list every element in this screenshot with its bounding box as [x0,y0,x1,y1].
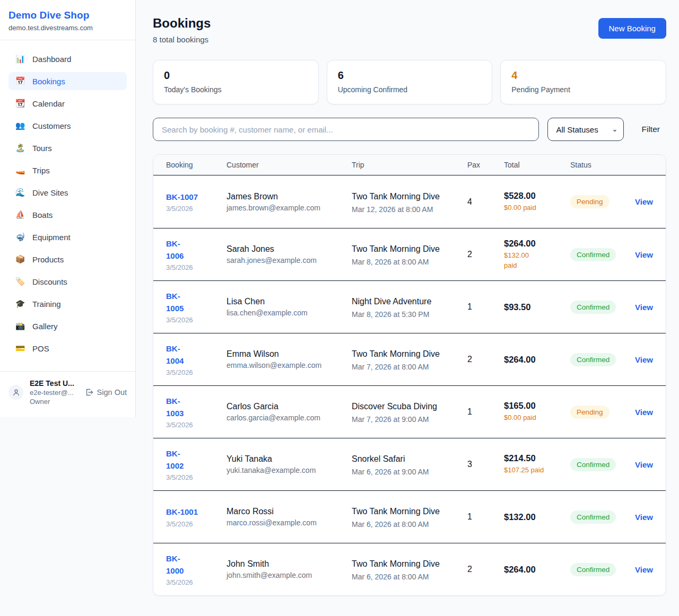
status-cell: Pending [570,195,635,208]
column-header-booking: Booking [166,155,227,175]
view-link[interactable]: View [635,355,653,364]
total-cell: $214.50 $107.25 paid [504,453,570,476]
sidebar-item-pos[interactable]: 💳 POS [8,339,127,357]
customer-cell: Marco Rossi marco.rossi@example.com [227,507,352,527]
package-icon: 📦 [15,254,25,264]
sidebar-item-gallery[interactable]: 📸 Gallery [8,317,127,335]
view-link[interactable]: View [635,197,653,206]
paid-amount: $107.25 paid [504,465,570,476]
trip-name: Two Tank Morning Dive [352,243,460,256]
trip-cell: Night Dive Adventure Mar 8, 2026 at 5:30… [352,295,467,319]
stat-card-today-s-bookings: 0 Today's Bookings [153,60,319,104]
camera-icon: 📸 [15,321,25,331]
sidebar-item-customers[interactable]: 👥 Customers [8,117,127,135]
status-select-wrap: All Statuses ⌄ [547,118,624,141]
graduation-cap-icon: 🎓 [15,299,25,309]
sign-out-label: Sign Out [97,388,127,397]
view-link[interactable]: View [635,303,653,312]
trip-cell: Snorkel Safari Mar 6, 2026 at 9:00 AM [352,453,467,476]
status-filter-select[interactable]: All Statuses [547,118,624,141]
avatar [8,385,23,400]
booking-cell: BK-1006 3/5/2026 [166,237,227,272]
status-badge: Pending [570,406,610,419]
view-link[interactable]: View [635,408,653,417]
booking-id-link[interactable]: BK-1004 [166,342,190,367]
booking-cell: BK-1003 3/5/2026 [166,395,227,429]
status-cell: Pending [570,406,635,419]
page-title: Bookings [153,16,211,31]
stat-card-pending-payment: 4 Pending Payment [500,60,666,104]
status-cell: Confirmed [570,248,635,261]
page-title-block: Bookings 8 total bookings [153,16,211,44]
search-input[interactable] [153,118,539,141]
booking-id-link[interactable]: BK-1007 [166,191,227,203]
sidebar-item-trips[interactable]: 🚤 Trips [8,161,127,179]
customer-cell: Yuki Tanaka yuki.tanaka@example.com [227,454,352,474]
view-link[interactable]: View [635,250,653,259]
sailboat-icon: ⛵ [15,210,25,219]
column-header-customer: Customer [227,155,352,175]
total-amount: $528.00 [504,191,570,201]
people-icon: 👥 [15,121,25,130]
pax-count: 1 [467,302,504,312]
total-cell: $165.00 $0.00 paid [504,401,570,423]
trip-datetime: Mar 8, 2026 at 5:30 PM [352,310,460,319]
page-header: Bookings 8 total bookings New Booking [153,16,666,44]
sidebar-item-calendar[interactable]: 📆 Calendar [8,94,127,112]
booking-id-link[interactable]: BK-1001 [166,506,227,518]
sidebar-item-tours[interactable]: 🏝️ Tours [8,139,127,157]
booking-id-link[interactable]: BK-1005 [166,290,190,315]
sidebar-item-equipment[interactable]: 🤿 Equipment [8,228,127,246]
sidebar-item-label: Discounts [32,277,67,286]
customer-cell: Emma Wilson emma.wilson@example.com [227,349,352,369]
paid-amount: $0.00 paid [504,203,570,213]
view-link[interactable]: View [635,460,653,469]
sidebar-item-training[interactable]: 🎓 Training [8,295,127,313]
sign-out-button[interactable]: Sign Out [85,388,127,397]
table-row: BK-1000 3/5/2026 John Smith john.smith@e… [153,543,666,595]
sidebar-item-bookings[interactable]: 📅 Bookings [8,72,127,90]
sidebar-item-label: Products [32,255,64,264]
user-name: E2E Test U... [30,379,79,388]
user-role: Owner [30,398,79,406]
view-link[interactable]: View [635,513,653,522]
customer-email: marco.rossi@example.com [227,518,352,527]
booking-id-link[interactable]: BK-1006 [166,237,190,262]
sidebar-item-label: Boats [32,210,53,219]
booking-date: 3/5/2026 [166,316,227,324]
sidebar-item-boats[interactable]: ⛵ Boats [8,206,127,224]
credit-card-icon: 💳 [15,344,25,353]
total-amount: $132.00 [504,512,570,522]
speedboat-icon: 🚤 [15,165,25,175]
status-badge: Confirmed [570,301,616,314]
status-cell: Confirmed [570,511,635,524]
table-row: BK-1006 3/5/2026 Sarah Jones sarah.jones… [153,228,666,280]
sidebar-item-dashboard[interactable]: 📊 Dashboard [8,50,127,68]
pax-count: 3 [467,460,504,469]
column-header-actions [635,159,653,171]
new-booking-button[interactable]: New Booking [598,18,666,39]
sidebar-item-label: Gallery [32,322,58,331]
customer-name: Emma Wilson [227,349,352,359]
trip-name: Night Dive Adventure [352,295,460,308]
user-section: E2E Test U... e2e-tester@... Owner Sign … [0,372,135,414]
sidebar-item-products[interactable]: 📦 Products [8,250,127,268]
booking-id-link[interactable]: BK-1003 [166,395,190,420]
total-cell: $264.00 [504,565,570,575]
sidebar-item-label: Calendar [32,99,65,108]
sidebar-item-label: Customers [32,121,71,130]
table-row: BK-1007 3/5/2026 James Brown james.brown… [153,175,666,228]
trip-cell: Two Tank Morning Dive Mar 7, 2026 at 8:0… [352,348,467,371]
filter-button[interactable]: Filter [641,125,659,134]
sidebar-item-dive-sites[interactable]: 🌊 Dive Sites [8,183,127,201]
sidebar-item-discounts[interactable]: 🏷️ Discounts [8,272,127,291]
view-link[interactable]: View [635,565,653,574]
booking-date: 3/5/2026 [166,473,227,481]
booking-id-link[interactable]: BK-1000 [166,552,190,577]
calendar-icon: 📅 [15,76,25,86]
trip-name: Two Tank Morning Dive [352,190,460,203]
booking-id-link[interactable]: BK-1002 [166,447,190,472]
stat-value: 0 [164,69,308,82]
sidebar-nav: 📊 Dashboard 📅 Bookings 📆 Calendar 👥 Cust… [0,40,135,366]
booking-date: 3/5/2026 [166,520,227,528]
